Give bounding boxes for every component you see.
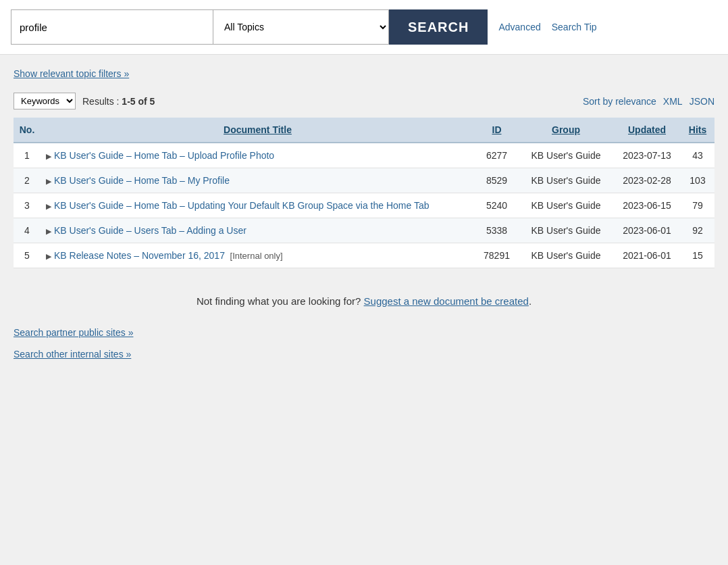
table-header-row: No. Document Title ID Group Updated Hits <box>14 118 714 143</box>
row-title: ▶KB User's Guide – Home Tab – Upload Pro… <box>41 143 475 168</box>
row-hits: 15 <box>681 243 714 268</box>
id-sort-link[interactable]: ID <box>492 124 502 135</box>
row-id: 78291 <box>475 243 519 268</box>
results-right: Sort by relevance XML JSON <box>583 96 714 107</box>
search-links: Advanced Search Tip <box>498 22 596 32</box>
row-group: KB User's Guide <box>519 218 613 243</box>
row-id: 8529 <box>475 168 519 193</box>
col-header-no: No. <box>14 118 41 143</box>
row-updated: 2023-02-28 <box>613 168 681 193</box>
keywords-select[interactable]: Keywords <box>14 93 76 109</box>
search-bar: profile All Topics Accessibility Announc… <box>0 0 728 55</box>
search-tip-link[interactable]: Search Tip <box>552 22 597 32</box>
results-controls: Keywords Results : 1-5 of 5 Sort by rele… <box>14 93 714 109</box>
row-updated: 2023-06-15 <box>613 193 681 218</box>
table-row: 1▶KB User's Guide – Home Tab – Upload Pr… <box>14 143 714 168</box>
row-group: KB User's Guide <box>519 193 613 218</box>
row-hits: 79 <box>681 193 714 218</box>
row-id: 5338 <box>475 218 519 243</box>
search-button[interactable]: SEARCH <box>389 9 488 45</box>
row-hits: 103 <box>681 168 714 193</box>
row-title: ▶KB User's Guide – Users Tab – Adding a … <box>41 218 475 243</box>
row-hits: 43 <box>681 143 714 168</box>
col-header-title: Document Title <box>41 118 475 143</box>
row-id: 6277 <box>475 143 519 168</box>
row-title: ▶KB User's Guide – Home Tab – Updating Y… <box>41 193 475 218</box>
not-finding-text: Not finding what you are looking for? <box>197 295 361 307</box>
results-left: Keywords Results : 1-5 of 5 <box>14 93 155 109</box>
table-row: 2▶KB User's Guide – Home Tab – My Profil… <box>14 168 714 193</box>
hits-sort-link[interactable]: Hits <box>689 124 706 135</box>
row-title: ▶KB Release Notes – November 16, 2017 [I… <box>41 243 475 268</box>
row-group: KB User's Guide <box>519 243 613 268</box>
col-header-group: Group <box>519 118 613 143</box>
doc-title-link[interactable]: KB User's Guide – Home Tab – My Profile <box>54 175 230 186</box>
col-header-updated: Updated <box>613 118 681 143</box>
row-title: ▶KB User's Guide – Home Tab – My Profile <box>41 168 475 193</box>
expand-icon: ▶ <box>46 152 51 160</box>
row-no: 1 <box>14 143 41 168</box>
row-no: 4 <box>14 218 41 243</box>
doc-title-link[interactable]: KB Release Notes – November 16, 2017 <box>54 250 225 261</box>
internal-tag: [Internal only] <box>228 251 283 261</box>
results-count: Results : 1-5 of 5 <box>82 96 155 107</box>
row-no: 2 <box>14 168 41 193</box>
row-no: 5 <box>14 243 41 268</box>
row-updated: 2023-07-13 <box>613 143 681 168</box>
results-table: No. Document Title ID Group Updated Hits <box>14 118 714 268</box>
group-sort-link[interactable]: Group <box>552 124 580 135</box>
row-no: 3 <box>14 193 41 218</box>
advanced-link[interactable]: Advanced <box>498 22 540 32</box>
row-group: KB User's Guide <box>519 168 613 193</box>
row-updated: 2023-06-01 <box>613 218 681 243</box>
sort-by-relevance-link[interactable]: Sort by relevance <box>583 96 656 107</box>
doc-title-link[interactable]: KB User's Guide – Home Tab – Updating Yo… <box>54 200 429 211</box>
expand-icon: ▶ <box>46 252 51 260</box>
title-sort-link[interactable]: Document Title <box>224 124 292 135</box>
row-hits: 92 <box>681 218 714 243</box>
json-link[interactable]: JSON <box>690 96 714 107</box>
table-row: 5▶KB Release Notes – November 16, 2017 [… <box>14 243 714 268</box>
period: . <box>529 295 531 307</box>
row-id: 5240 <box>475 193 519 218</box>
expand-icon: ▶ <box>46 177 51 185</box>
topic-filter-link[interactable]: Show relevant topic filters » <box>14 68 129 79</box>
bottom-links: Search partner public sites » Search oth… <box>14 327 714 360</box>
table-row: 4▶KB User's Guide – Users Tab – Adding a… <box>14 218 714 243</box>
table-row: 3▶KB User's Guide – Home Tab – Updating … <box>14 193 714 218</box>
updated-sort-link[interactable]: Updated <box>628 124 666 135</box>
col-header-hits: Hits <box>681 118 714 143</box>
expand-icon: ▶ <box>46 227 51 235</box>
doc-title-link[interactable]: KB User's Guide – Home Tab – Upload Prof… <box>54 150 274 161</box>
row-group: KB User's Guide <box>519 143 613 168</box>
col-header-id: ID <box>475 118 519 143</box>
not-finding-section: Not finding what you are looking for? Su… <box>14 295 714 307</box>
expand-icon: ▶ <box>46 202 51 210</box>
search-input[interactable]: profile <box>11 9 213 45</box>
partner-sites-link[interactable]: Search partner public sites » <box>14 327 714 338</box>
internal-sites-link[interactable]: Search other internal sites » <box>14 349 714 360</box>
suggest-document-link[interactable]: Suggest a new document be created <box>364 295 529 307</box>
row-updated: 2021-06-01 <box>613 243 681 268</box>
topic-select[interactable]: All Topics Accessibility Announcements B… <box>213 9 389 45</box>
main-content: Show relevant topic filters » Keywords R… <box>0 55 728 528</box>
xml-link[interactable]: XML <box>663 96 683 107</box>
doc-title-link[interactable]: KB User's Guide – Users Tab – Adding a U… <box>54 225 246 236</box>
